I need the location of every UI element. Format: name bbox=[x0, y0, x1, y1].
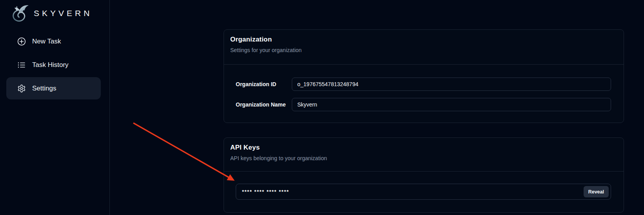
logo[interactable]: SKYVERN bbox=[0, 0, 109, 24]
sidebar-nav: New Task Task History Settings bbox=[6, 30, 101, 101]
api-keys-content: **** **** **** **** Reveal bbox=[236, 184, 611, 200]
skyvern-dragon-icon bbox=[9, 3, 31, 23]
api-keys-card: API Keys API keys belonging to your orga… bbox=[224, 137, 624, 213]
organization-name-row: Organization Name bbox=[236, 98, 611, 111]
logo-text: SKYVERN bbox=[34, 9, 92, 18]
organization-subtitle: Settings for your organization bbox=[230, 47, 617, 53]
sidebar-item-new-task[interactable]: New Task bbox=[6, 30, 101, 52]
api-keys-title: API Keys bbox=[230, 144, 617, 152]
circle-plus-icon bbox=[17, 37, 26, 46]
sidebar: SKYVERN New Task Task History Settings bbox=[0, 0, 110, 215]
organization-form: Organization ID Organization Name bbox=[236, 78, 611, 118]
api-keys-subtitle: API keys belonging to your organization bbox=[230, 155, 617, 161]
api-keys-card-header: API Keys API keys belonging to your orga… bbox=[224, 138, 624, 161]
divider bbox=[224, 171, 624, 172]
sidebar-item-settings[interactable]: Settings bbox=[6, 77, 101, 99]
organization-card: Organization Settings for your organizat… bbox=[224, 29, 624, 123]
organization-id-row: Organization ID bbox=[236, 78, 611, 91]
list-icon bbox=[17, 61, 26, 69]
api-key-masked-value: **** **** **** **** bbox=[242, 189, 289, 195]
sidebar-item-task-history[interactable]: Task History bbox=[6, 54, 101, 76]
sidebar-item-label: Task History bbox=[32, 61, 69, 69]
organization-id-input[interactable] bbox=[292, 78, 611, 91]
skyvern-settings-page: { "sidebar": { "logo_text": "SKYVERN", "… bbox=[0, 0, 644, 215]
gear-icon bbox=[17, 84, 26, 93]
sidebar-item-label: Settings bbox=[32, 85, 56, 92]
organization-name-input[interactable] bbox=[292, 98, 611, 111]
api-key-field[interactable]: **** **** **** **** Reveal bbox=[236, 184, 611, 200]
sidebar-item-label: New Task bbox=[32, 38, 61, 45]
reveal-button[interactable]: Reveal bbox=[584, 186, 609, 197]
divider bbox=[224, 64, 624, 65]
organization-id-label: Organization ID bbox=[236, 81, 292, 87]
organization-card-header: Organization Settings for your organizat… bbox=[224, 30, 624, 53]
organization-title: Organization bbox=[230, 36, 617, 43]
organization-name-label: Organization Name bbox=[236, 101, 292, 108]
